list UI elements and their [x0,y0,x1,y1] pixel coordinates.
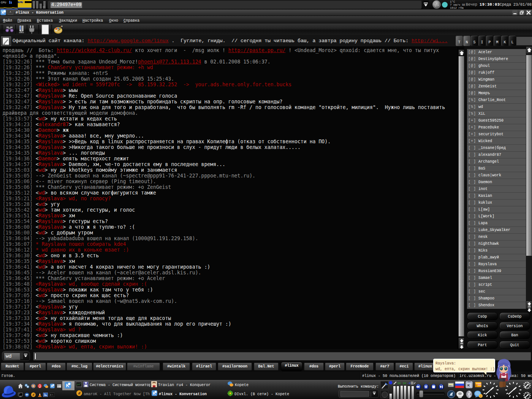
svg-text:CPU: CPU [1,1,6,4]
svg-text:K: K [467,383,470,387]
svg-text:Z:\: Z:\ [50,394,54,396]
svg-text:30 30: 30 30 [397,382,406,385]
